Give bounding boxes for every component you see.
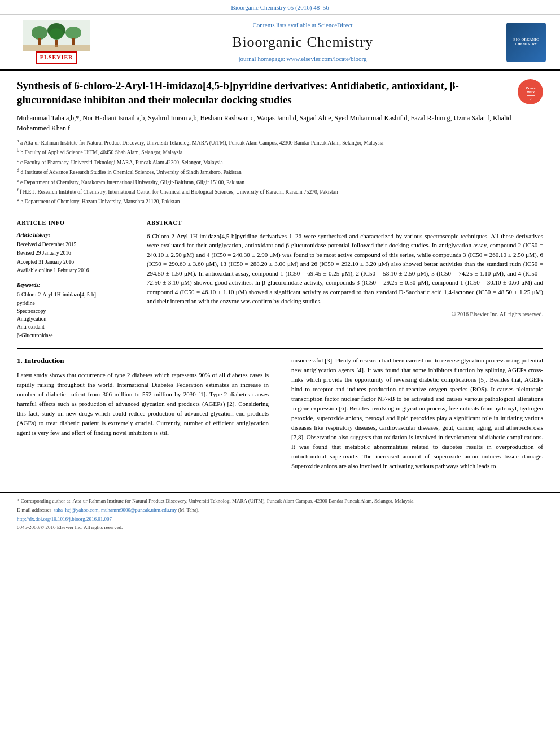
doi-link[interactable]: http://dx.doi.org/10.1016/j.bioorg.2016.…: [17, 516, 112, 522]
introduction-section: 1. Introduction Latest study shows that …: [17, 348, 543, 475]
journal-header-center: Contents lists available at ScienceDirec…: [102, 21, 504, 63]
homepage-link[interactable]: www.elsevier.com/locate/bioorg: [286, 55, 366, 62]
svg-point-4: [50, 28, 63, 40]
homepage-prefix: journal homepage:: [239, 55, 287, 62]
article-info-column: ARTICLE INFO Article history: Received 4…: [17, 219, 135, 339]
abstract-column: ABSTRACT 6-Chloro-2-Aryl-1H-imidazo[4,5-…: [135, 219, 543, 339]
introduction-title: 1. Introduction: [17, 356, 269, 366]
intro-paragraph-2: unsuccessful [3]. Plenty of research had…: [291, 356, 543, 471]
elsevier-logo: ELSEVIER: [36, 51, 78, 64]
svg-rect-8: [23, 45, 90, 51]
section-title: Introduction: [24, 356, 64, 365]
badge-text: BIO-ORGANICCHEMISTRY: [513, 38, 539, 47]
intro-text-left: Latest study shows that occurrence of ty…: [17, 370, 269, 438]
affiliation-d: d d Institute of Advance Research Studie…: [17, 167, 543, 176]
journal-citation-text: Bioorganic Chemistry 65 (2016) 48–56: [231, 4, 329, 11]
authors-text: Muhammad Taha a,b,*, Nor Hadiani Ismail …: [17, 114, 511, 132]
introduction-left: 1. Introduction Latest study shows that …: [17, 356, 274, 475]
bio-organic-badge: BIO-ORGANICCHEMISTRY: [506, 23, 546, 62]
keyword-4: Anti-oxidant: [17, 323, 126, 331]
keyword-5: β-Glucuronidase: [17, 331, 126, 339]
journal-title: Bioorganic Chemistry: [102, 32, 504, 53]
doi-line: http://dx.doi.org/10.1016/j.bioorg.2016.…: [17, 516, 543, 523]
email-line: E-mail addresses: taha_hej@yahoo.com, mu…: [17, 506, 543, 514]
tree-illustration: [23, 20, 90, 51]
article-dates: Received 4 December 2015 Revised 29 Janu…: [17, 241, 126, 275]
article-footer: * Corresponding author at: Atta-ur-Rahma…: [0, 492, 560, 535]
intro-paragraph-1: Latest study shows that occurrence of ty…: [17, 370, 269, 438]
journal-header-right: BIO-ORGANICCHEMISTRY: [504, 23, 549, 62]
available-date: Available online 1 February 2016: [17, 267, 126, 275]
affiliation-a: a a Atta-ur-Rahman Institute for Natural…: [17, 138, 543, 147]
keywords-label: Keywords:: [17, 282, 126, 289]
svg-point-1: [32, 26, 47, 40]
affiliation-c: c c Faculty of Pharmacy, Universiti Tekn…: [17, 158, 543, 167]
svg-point-6: [65, 27, 81, 39]
svg-text:Cross: Cross: [526, 86, 536, 90]
corresponding-author-note: * Corresponding author at: Atta-ur-Rahma…: [17, 497, 543, 505]
email-1[interactable]: taha_hej@yahoo.com: [54, 507, 99, 513]
article-history-label: Article history:: [17, 231, 126, 239]
keyword-1: pyridine: [17, 299, 126, 307]
keyword-2: Spectroscopy: [17, 307, 126, 315]
email-suffix: (M. Taha).: [177, 507, 199, 513]
article-body: ARTICLE INFO Article history: Received 4…: [17, 213, 543, 339]
accepted-date: Accepted 31 January 2016: [17, 258, 126, 267]
article-title-container: Synthesis of 6-chloro-2-Aryl-1H-imidazo[…: [17, 79, 543, 107]
intro-text-right: unsuccessful [3]. Plenty of research had…: [291, 356, 543, 471]
svg-rect-2: [38, 38, 41, 45]
page-container: Bioorganic Chemistry 65 (2016) 48–56 ELS…: [0, 0, 560, 535]
svg-rect-7: [72, 38, 75, 45]
issn-line: 0045-2068/© 2016 Elsevier Inc. All right…: [17, 524, 543, 531]
journal-homepage: journal homepage: www.elsevier.com/locat…: [102, 55, 504, 63]
sciencedirect-link[interactable]: ScienceDirect: [318, 21, 353, 28]
email-label: E-mail addresses:: [17, 507, 54, 513]
copyright-line: © 2016 Elsevier Inc. All rights reserved…: [147, 311, 543, 318]
keywords-section: Keywords: 6-Chloro-2-Aryl-1H-imidazo[4, …: [17, 282, 126, 339]
affiliation-b: b b Faculty of Applied Science UiTM, 404…: [17, 147, 543, 156]
affiliation-e: e e Department of Chemistry, Karakoram I…: [17, 177, 543, 186]
sciencedirect-notice: Contents lists available at ScienceDirec…: [102, 21, 504, 29]
svg-text:✓: ✓: [530, 97, 532, 101]
received-date: Received 4 December 2015: [17, 241, 126, 249]
sciencedirect-prefix: Contents lists available at: [252, 21, 317, 28]
article-content: Synthesis of 6-chloro-2-Aryl-1H-imidazo[…: [0, 71, 560, 486]
keyword-0: 6-Chloro-2-Aryl-1H-imidazo[4, 5-b]: [17, 291, 126, 299]
revised-date: Revised 29 January 2016: [17, 249, 126, 257]
article-authors: Muhammad Taha a,b,*, Nor Hadiani Ismail …: [17, 113, 543, 133]
svg-text:Mark: Mark: [526, 90, 535, 94]
article-title-text: Synthesis of 6-chloro-2-Aryl-1H-imidazo[…: [17, 80, 459, 106]
journal-citation-bar: Bioorganic Chemistry 65 (2016) 48–56: [0, 0, 560, 15]
section-number: 1.: [17, 356, 23, 365]
abstract-text: 6-Chloro-2-Aryl-1H-imidazo[4,5-b]pyridin…: [147, 231, 543, 306]
affiliation-f: f f H.E.J. Research Institute of Chemist…: [17, 187, 543, 196]
crossmark-badge[interactable]: Cross Mark ✓: [518, 79, 543, 104]
journal-header: ELSEVIER Contents lists available at Sci…: [0, 15, 560, 71]
affiliation-g: g g Department of Chemistry, Hazara Univ…: [17, 196, 543, 206]
journal-header-left: ELSEVIER: [11, 20, 102, 64]
corresponding-author-text: * Corresponding author at: Atta-ur-Rahma…: [17, 498, 414, 504]
abstract-heading: ABSTRACT: [147, 219, 543, 227]
email-2[interactable]: muhamm9000@puncak.uitm.edu.my: [101, 507, 177, 513]
affiliations: a a Atta-ur-Rahman Institute for Natural…: [17, 138, 543, 206]
introduction-right: unsuccessful [3]. Plenty of research had…: [286, 356, 543, 475]
keyword-3: Antiglycation: [17, 315, 126, 323]
article-info-heading: ARTICLE INFO: [17, 219, 126, 227]
